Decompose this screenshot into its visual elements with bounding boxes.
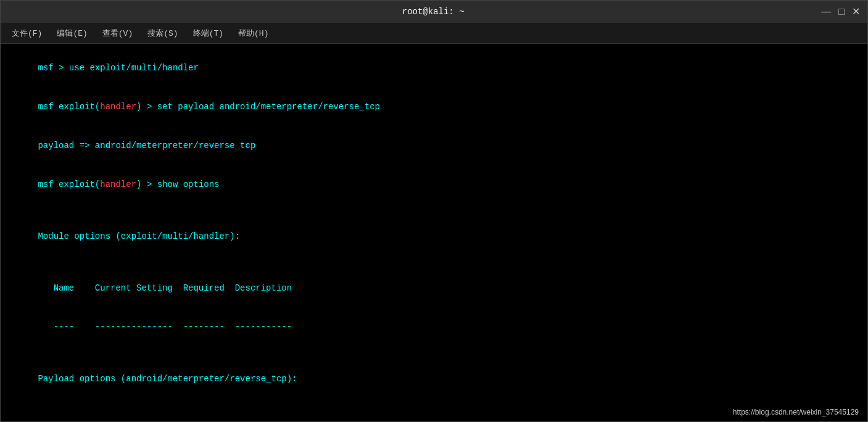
title-bar: root@kali: ~ — □ ✕ xyxy=(1,1,867,23)
prompt-msf: msf xyxy=(38,63,53,73)
menu-view[interactable]: 查看(V) xyxy=(96,25,139,41)
terminal-line-blank-1 xyxy=(7,204,861,217)
menu-bar: 文件(F) 编辑(E) 查看(V) 搜索(S) 终端(T) 帮助(H) xyxy=(1,23,867,44)
terminal-window: root@kali: ~ — □ ✕ 文件(F) 编辑(E) 查看(V) 搜索(… xyxy=(0,0,868,422)
terminal-line-blank-2 xyxy=(7,256,861,269)
menu-edit[interactable]: 编辑(E) xyxy=(51,25,93,41)
maximize-button[interactable]: □ xyxy=(838,7,845,17)
minimize-button[interactable]: — xyxy=(821,7,831,17)
window-controls: — □ ✕ xyxy=(821,7,860,17)
close-button[interactable]: ✕ xyxy=(852,7,860,17)
terminal-line-4: msf exploit(handler) > show options xyxy=(7,165,861,204)
menu-terminal[interactable]: 终端(T) xyxy=(187,25,229,41)
terminal-line-module-options: Module options (exploit/multi/handler): xyxy=(7,217,861,256)
terminal-line-blank-3 xyxy=(7,347,861,360)
terminal-line-1: msf > use exploit/multi/handler xyxy=(7,49,861,88)
terminal-line-3: payload => android/meterpreter/reverse_t… xyxy=(7,126,861,165)
watermark: https://blog.csdn.net/weixin_37545129 xyxy=(733,408,859,416)
menu-file[interactable]: 文件(F) xyxy=(6,25,48,41)
terminal-line-2: msf exploit(handler) > set payload andro… xyxy=(7,88,861,126)
terminal-line-payload-options: Payload options (android/meterpreter/rev… xyxy=(7,360,861,399)
terminal-body[interactable]: msf > use exploit/multi/handler msf expl… xyxy=(1,44,867,421)
window-title: root@kali: ~ xyxy=(45,7,821,17)
terminal-line-module-divider: ---- --------------- -------- ----------… xyxy=(7,308,861,347)
terminal-line-module-header: Name Current Setting Required Descriptio… xyxy=(7,269,861,308)
menu-search[interactable]: 搜索(S) xyxy=(141,25,184,41)
menu-help[interactable]: 帮助(H) xyxy=(232,25,275,41)
